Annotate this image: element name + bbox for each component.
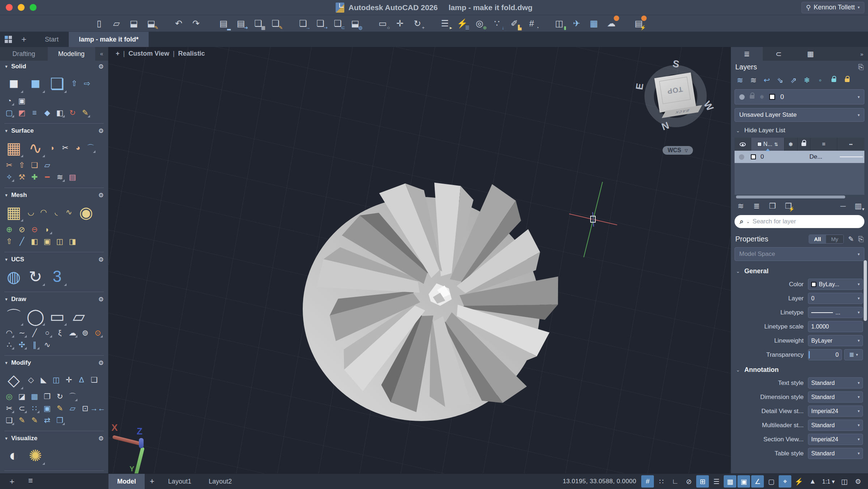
surface-network-button[interactable]: ▦ [4,138,23,157]
object-snap-toggle[interactable]: ⌖ [779,475,791,488]
layer-make-current-button[interactable]: ≋ [735,76,745,85]
zoom-window-button[interactable]: ▭○ [377,18,388,29]
draw-order-button[interactable]: ❐ [55,415,65,425]
polar-tracking-toggle[interactable]: ⊘ [682,475,695,488]
layer-color-swatch[interactable] [751,154,756,159]
surface-loft-button[interactable]: ∿ [26,138,45,157]
array-button[interactable]: ∷ [30,403,39,413]
column-freeze[interactable]: ❅ [784,138,797,151]
draw-rectangle-button[interactable]: ▭ [48,307,67,326]
undo-button[interactable]: ↶ [173,18,184,29]
property-value-text-style[interactable]: Standard▾ [808,377,863,389]
transparency-slider[interactable]: 0 [808,349,842,360]
snap-mode-toggle[interactable]: ∷ [655,475,668,488]
action-recorder-button[interactable]: ▤⚡ [633,18,644,29]
dynamic-ucs-toggle[interactable]: ▢ [765,475,778,488]
section-header-visualize[interactable]: ▼Visualize⚙ [0,433,108,444]
remove-column-button[interactable]: ─ [838,201,848,211]
solid-presspull-button[interactable]: ⇧ [69,79,79,89]
gear-icon[interactable]: ⚙ [98,192,104,199]
transparency-layers-button[interactable]: ≣▾ [844,349,863,360]
layer-search-input[interactable] [753,218,859,225]
surface-offset-button[interactable]: ❏ [30,160,39,170]
annotation-scale-toggle[interactable]: 1:1 ▾ [820,475,837,488]
tab-overview-button[interactable] [0,32,17,47]
column-visibility[interactable] [735,138,751,151]
cloud-insights-button[interactable]: ☁ [605,18,617,29]
layer-off-button[interactable]: ◦ [816,76,825,85]
more-palettes-button[interactable]: » [856,47,868,61]
draw-ellipse-button[interactable]: ○ [42,328,52,338]
new-drawing-tab-button[interactable]: + [17,32,31,47]
join-button[interactable]: →← [93,403,103,413]
surface-tools-button[interactable]: ⚒ [17,172,27,182]
wcs-selector[interactable]: WCS ▽ [663,146,693,155]
tab-document[interactable]: lamp - make it fold* [69,32,149,47]
import-button[interactable]: ❏→ [297,18,309,29]
tab-layout1[interactable]: Layout1 [159,474,200,489]
drawing-compare-button[interactable]: ◫▮ [553,18,565,29]
edit-polyline-button[interactable]: ✎ [17,415,27,425]
offset-button[interactable]: ⊂ [17,403,27,413]
gear-icon[interactable]: ⚙ [98,435,104,442]
shear-button[interactable]: ▱ [68,403,77,413]
dynamic-input-toggle[interactable]: ⊞ [696,475,709,488]
draw-centerline-button[interactable]: ⊙ [93,328,103,338]
draw-point-button[interactable]: ∴ [4,340,14,349]
draw-measure-button[interactable]: ✣ [17,340,27,349]
layer-unlock-button[interactable] [842,76,852,85]
ucs-world-button[interactable]: ◍ [4,267,23,286]
mesh-face-add-button[interactable]: ⊕ [4,224,14,234]
gizmo-3d-button[interactable]: ◇ [4,370,23,389]
array-3d-button[interactable]: ▦ [30,391,39,401]
attach-button[interactable]: ❏⊂ [332,18,344,29]
property-value-color[interactable]: ByLay...▾ [808,279,863,290]
extract-edges-button[interactable]: ◧ [55,108,65,117]
view-control[interactable]: Custom View [128,50,169,57]
grid-display-toggle[interactable]: # [641,475,654,488]
property-value-section-view-[interactable]: Imperial24▾ [808,434,863,445]
current-layer-row[interactable]: ❅ 0 ▾ [735,89,864,104]
mesh-sphere-button[interactable]: ◉ [77,203,95,222]
gear-icon[interactable]: ⚙ [98,296,104,303]
tab-model[interactable]: Model [109,474,145,489]
palette-tab-drafting[interactable]: Drafting [0,47,48,61]
layer-row-0[interactable]: 0 De... [735,151,864,163]
close-window-button[interactable] [6,4,13,11]
column-lock[interactable] [797,138,810,151]
new-file-button[interactable]: ▯ [93,18,105,29]
erase-button[interactable]: ✎ [55,403,65,413]
new-layer-group-button[interactable]: ❒⚡ [784,201,793,211]
surface-extend-button[interactable]: ⇧ [17,160,27,170]
gear-icon[interactable]: ⚙ [98,63,104,70]
solid-extrude-button[interactable]: ■ [26,74,45,93]
ortho-mode-toggle[interactable]: ∟ [669,475,681,488]
count-button[interactable]: #◔ [526,18,537,29]
batch-plot-button[interactable]: ▤➜ [235,18,247,29]
property-value-dimension-style[interactable]: Standard▾ [808,391,863,403]
render-gallery-button[interactable]: ▦ [588,18,600,29]
convert-faceted-optimized-button[interactable]: ◨ [68,236,77,246]
column-lineweight[interactable]: ≡ [810,138,837,151]
draw-spline-button[interactable]: ∼ [17,328,27,338]
property-value-lineweight[interactable]: ByLayer▾ [808,335,863,346]
layer-previous-button[interactable]: ↩ [762,76,771,85]
workspace-switching-toggle[interactable]: ◫ [838,475,851,488]
ucs-3point-button[interactable]: 3 [48,267,67,286]
sheet-set-manager-button[interactable]: ◎⊕ [474,18,485,29]
save-web-mobile-button[interactable]: ⬓◍ [349,18,361,29]
lamp-3d-model[interactable] [302,155,577,423]
mirror-button[interactable]: ∆ [77,375,86,385]
viewcube-cube[interactable]: TOP BACK [654,73,696,113]
section-header-draw[interactable]: ▼Draw⚙ [0,293,108,305]
layer-lock-button[interactable] [829,76,838,85]
mirror-3d-button[interactable]: ◫ [51,375,61,385]
cv-add-button[interactable]: ✚ [30,172,39,182]
layer-edit-button[interactable]: ≋ [749,76,758,85]
horizontal-scrollbar[interactable] [735,195,864,199]
mesh-crease-button[interactable]: ∿ [64,207,74,217]
orbit-button[interactable]: ↻+ [412,18,423,29]
quick-properties-button[interactable]: ⚡☰ [456,18,468,29]
draw-helix-button[interactable]: ξ [55,328,65,338]
solid-revolve-button[interactable]: ◔ [4,96,14,106]
